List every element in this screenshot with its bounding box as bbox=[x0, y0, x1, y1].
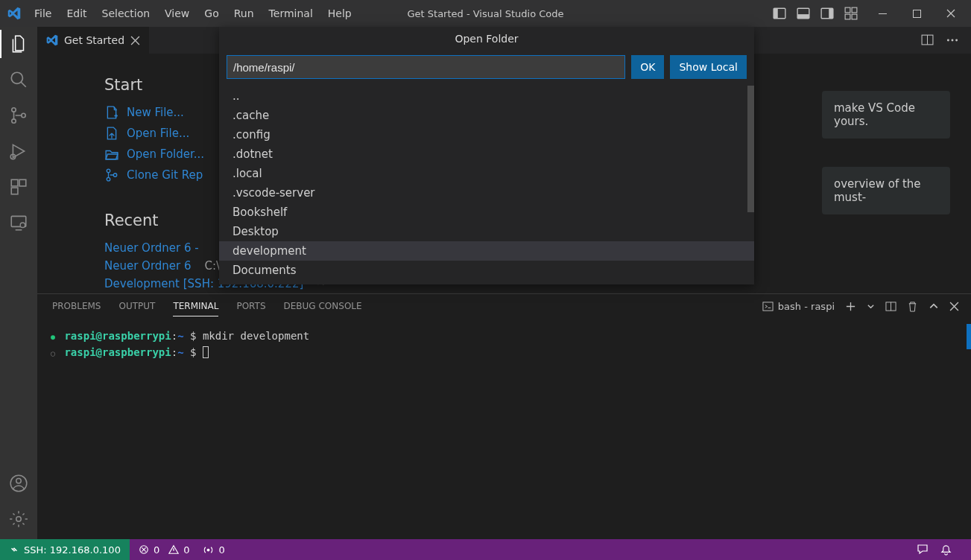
svg-point-32 bbox=[113, 174, 117, 177]
svg-rect-18 bbox=[19, 179, 26, 186]
panel-tab-debug-console[interactable]: DEBUG CONSOLE bbox=[284, 296, 362, 316]
menu-terminal[interactable]: Terminal bbox=[262, 0, 320, 27]
layout-sidebar-left-icon[interactable] bbox=[771, 5, 788, 22]
list-item[interactable]: .. bbox=[219, 86, 754, 106]
svg-rect-3 bbox=[797, 14, 809, 19]
more-actions-icon[interactable] bbox=[946, 34, 959, 47]
svg-point-15 bbox=[22, 113, 25, 117]
feedback-icon[interactable] bbox=[917, 544, 929, 556]
menu-bar: File Edit Selection View Go Run Terminal… bbox=[27, 0, 359, 27]
open-folder-icon bbox=[104, 147, 119, 161]
panel-tab-output[interactable]: OUTPUT bbox=[119, 296, 156, 316]
svg-point-23 bbox=[16, 479, 22, 484]
svg-rect-7 bbox=[852, 7, 857, 13]
svg-point-14 bbox=[12, 119, 16, 123]
panel-tab-problems[interactable]: PROBLEMS bbox=[52, 296, 101, 316]
explorer-icon[interactable] bbox=[9, 34, 28, 54]
run-debug-icon[interactable] bbox=[9, 141, 28, 161]
walkthrough-card[interactable]: make VS Code yours. bbox=[822, 91, 950, 139]
list-item[interactable]: development bbox=[219, 241, 754, 261]
terminal-name[interactable]: bash - raspi bbox=[762, 296, 835, 316]
terminal-cursor bbox=[203, 346, 209, 358]
terminal-output[interactable]: ● raspi@raspberrypi:~ $ mkdir developmen… bbox=[37, 318, 971, 539]
menu-run[interactable]: Run bbox=[227, 0, 262, 27]
svg-rect-6 bbox=[845, 7, 850, 13]
list-item[interactable]: .dotnet bbox=[219, 144, 754, 164]
window-minimize-button[interactable] bbox=[865, 0, 899, 27]
status-remote-indicator[interactable]: SSH: 192.168.0.100 bbox=[0, 539, 130, 560]
status-ports[interactable]: 0 bbox=[203, 544, 224, 556]
svg-rect-5 bbox=[829, 8, 833, 19]
customize-layout-icon[interactable] bbox=[843, 5, 859, 22]
list-item[interactable]: Desktop bbox=[219, 222, 754, 241]
layout-panel-icon[interactable] bbox=[795, 5, 812, 22]
svg-point-30 bbox=[107, 169, 110, 173]
status-bar: SSH: 192.168.0.100 0 0 0 bbox=[0, 539, 971, 560]
extensions-icon[interactable] bbox=[9, 177, 28, 197]
new-terminal-icon[interactable] bbox=[845, 301, 856, 312]
close-icon[interactable] bbox=[130, 36, 140, 45]
menu-go[interactable]: Go bbox=[197, 0, 226, 27]
svg-point-21 bbox=[20, 223, 25, 228]
bell-icon[interactable] bbox=[940, 544, 952, 556]
panel-tab-terminal[interactable]: TERMINAL bbox=[173, 296, 218, 316]
kill-terminal-icon[interactable] bbox=[907, 301, 918, 312]
dialog-scrollbar[interactable] bbox=[747, 86, 754, 212]
layout-sidebar-right-icon[interactable] bbox=[819, 5, 835, 22]
error-icon bbox=[139, 544, 149, 555]
show-local-button[interactable]: Show Local bbox=[670, 55, 747, 79]
list-item[interactable]: .cache bbox=[219, 106, 754, 125]
window-maximize-button[interactable] bbox=[899, 0, 934, 27]
maximize-panel-icon[interactable] bbox=[929, 301, 939, 311]
window-close-button[interactable] bbox=[934, 0, 968, 27]
close-panel-icon[interactable] bbox=[949, 302, 959, 311]
accounts-icon[interactable] bbox=[9, 474, 28, 493]
open-file-icon bbox=[104, 127, 119, 140]
activity-bar bbox=[0, 27, 37, 539]
vscode-icon bbox=[46, 34, 58, 46]
layout-controls bbox=[771, 5, 859, 22]
warning-icon bbox=[168, 544, 179, 555]
title-bar: File Edit Selection View Go Run Terminal… bbox=[0, 0, 971, 27]
window-title: Get Started - Visual Studio Code bbox=[407, 8, 563, 19]
list-item[interactable]: .config bbox=[219, 125, 754, 144]
svg-rect-8 bbox=[845, 14, 850, 19]
bottom-panel: PROBLEMS OUTPUT TERMINAL PORTS DEBUG CON… bbox=[37, 293, 971, 539]
list-item[interactable]: Bookshelf bbox=[219, 203, 754, 222]
terminal-icon bbox=[762, 301, 774, 312]
svg-rect-33 bbox=[763, 302, 773, 310]
split-editor-icon[interactable] bbox=[921, 34, 934, 47]
menu-selection[interactable]: Selection bbox=[95, 0, 158, 27]
svg-point-31 bbox=[107, 177, 110, 181]
status-problems[interactable]: 0 0 bbox=[139, 544, 190, 556]
svg-point-29 bbox=[955, 39, 958, 42]
walkthrough-card[interactable]: overview of the must- bbox=[822, 167, 950, 214]
source-control-icon[interactable] bbox=[9, 106, 28, 125]
remote-explorer-icon[interactable] bbox=[9, 213, 28, 232]
remote-icon bbox=[9, 544, 19, 555]
new-file-icon bbox=[104, 106, 119, 119]
tab-get-started[interactable]: Get Started bbox=[37, 27, 149, 54]
search-icon[interactable] bbox=[9, 70, 28, 89]
svg-point-37 bbox=[207, 548, 210, 551]
terminal-scroll-indicator bbox=[967, 324, 971, 349]
folder-path-input[interactable] bbox=[227, 55, 625, 79]
split-terminal-icon[interactable] bbox=[885, 301, 896, 312]
panel-tab-ports[interactable]: PORTS bbox=[236, 296, 265, 316]
settings-gear-icon[interactable] bbox=[9, 509, 28, 529]
terminal-dropdown-icon[interactable] bbox=[867, 302, 875, 311]
menu-help[interactable]: Help bbox=[320, 0, 359, 27]
menu-view[interactable]: View bbox=[157, 0, 197, 27]
broadcast-icon bbox=[203, 544, 214, 556]
list-item[interactable]: .local bbox=[219, 164, 754, 183]
list-item[interactable]: .vscode-server bbox=[219, 183, 754, 203]
menu-edit[interactable]: Edit bbox=[59, 0, 94, 27]
svg-rect-19 bbox=[11, 188, 18, 194]
menu-file[interactable]: File bbox=[27, 0, 59, 27]
git-clone-icon bbox=[104, 168, 119, 182]
list-item[interactable]: Documents bbox=[219, 261, 754, 280]
walkthrough-sidebar: make VS Code yours. overview of the must… bbox=[822, 91, 971, 214]
svg-point-12 bbox=[11, 72, 22, 83]
ok-button[interactable]: OK bbox=[631, 55, 664, 79]
open-folder-dialog: Open Folder OK Show Local .. .cache .con… bbox=[219, 27, 754, 284]
